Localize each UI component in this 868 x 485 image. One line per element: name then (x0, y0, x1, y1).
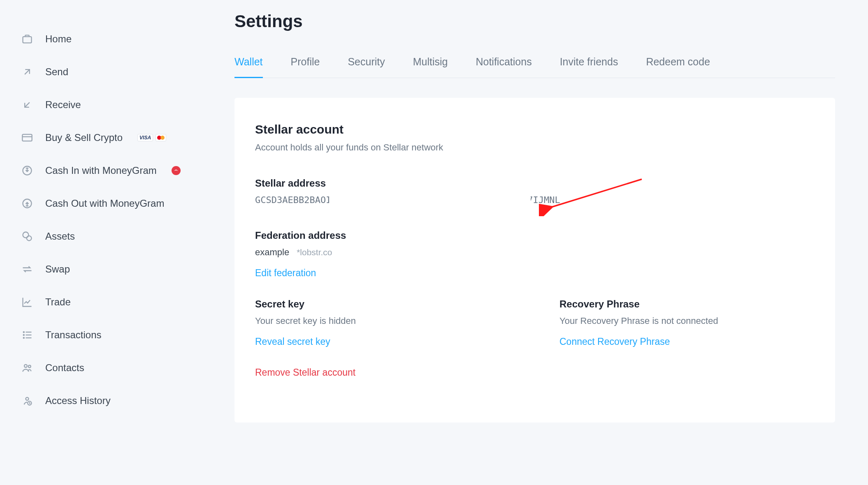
svg-point-4 (23, 232, 29, 238)
svg-rect-1 (22, 134, 32, 141)
sidebar-item-label: Buy & Sell Crypto (45, 132, 123, 143)
recovery-phrase-section: Recovery Phrase Your Recovery Phrase is … (559, 298, 815, 367)
tab-invite-friends[interactable]: Invite friends (560, 51, 618, 78)
svg-point-6 (23, 332, 24, 333)
edit-federation-link[interactable]: Edit federation (255, 268, 316, 279)
sidebar-item-label: Contacts (45, 362, 84, 374)
tab-notifications[interactable]: Notifications (476, 51, 531, 78)
sidebar-item-cash-out[interactable]: Cash Out with MoneyGram (21, 187, 202, 220)
payment-badges: VISA (137, 134, 166, 141)
tab-multisig[interactable]: Multisig (413, 51, 448, 78)
svg-point-8 (23, 337, 24, 338)
svg-point-7 (23, 335, 24, 335)
svg-rect-0 (23, 37, 32, 43)
home-icon (21, 32, 34, 46)
svg-point-11 (26, 397, 29, 400)
sidebar-item-swap[interactable]: Swap (21, 253, 202, 286)
svg-point-9 (24, 365, 27, 367)
swap-icon (21, 263, 34, 276)
sidebar-item-label: Cash Out with MoneyGram (45, 198, 164, 209)
sidebar-item-label: Transactions (45, 329, 102, 341)
federation-address-value: example *lobstr.co (255, 247, 815, 258)
sidebar-item-label: Assets (45, 231, 75, 242)
sidebar-item-trade[interactable]: Trade (21, 286, 202, 319)
recovery-phrase-label: Recovery Phrase (559, 298, 815, 310)
tab-security[interactable]: Security (348, 51, 385, 78)
assets-icon (21, 230, 34, 243)
sidebar-item-cash-in[interactable]: Cash In with MoneyGram (21, 154, 202, 187)
recovery-phrase-status: Your Recovery Phrase is not connected (559, 316, 815, 326)
sidebar-item-label: Cash In with MoneyGram (45, 165, 157, 176)
sidebar-item-contacts[interactable]: Contacts (21, 351, 202, 384)
secret-key-status: Your secret key is hidden (255, 316, 510, 326)
tab-redeem-code[interactable]: Redeem code (646, 51, 710, 78)
sidebar: Home Send Receive Buy & Sell Crypto VISA (0, 0, 202, 485)
sidebar-item-label: Receive (45, 99, 81, 111)
secret-key-section: Secret key Your secret key is hidden Rev… (255, 298, 510, 367)
federation-name: example (255, 247, 289, 258)
stellar-address-label: Stellar address (255, 178, 815, 189)
transactions-icon (21, 328, 34, 342)
history-icon (21, 394, 34, 407)
sidebar-item-send[interactable]: Send (21, 55, 202, 88)
card-icon (21, 131, 34, 144)
federation-address-label: Federation address (255, 230, 815, 241)
svg-point-5 (27, 236, 32, 241)
mastercard-badge (155, 134, 166, 141)
send-icon (21, 65, 34, 79)
sidebar-item-label: Send (45, 66, 68, 78)
sidebar-item-buy-sell[interactable]: Buy & Sell Crypto VISA (21, 121, 202, 154)
cash-in-icon (21, 164, 34, 177)
secret-key-label: Secret key (255, 298, 510, 310)
cash-out-icon (21, 197, 34, 210)
svg-point-10 (28, 365, 31, 368)
tab-profile[interactable]: Profile (291, 51, 320, 78)
sidebar-item-transactions[interactable]: Transactions (21, 319, 202, 351)
sidebar-item-label: Access History (45, 395, 111, 406)
stellar-account-title: Stellar account (255, 122, 815, 136)
trade-icon (21, 296, 34, 309)
sidebar-item-label: Swap (45, 263, 70, 275)
federation-domain: *lobstr.co (297, 247, 332, 257)
stellar-address-value: GCSD3AEBB2BAOICFLGODNRVZNRIRCV5N3CV4RLZC… (255, 195, 815, 205)
sidebar-item-assets[interactable]: Assets (21, 220, 202, 253)
sidebar-item-home[interactable]: Home (21, 23, 202, 55)
connect-recovery-link[interactable]: Connect Recovery Phrase (559, 336, 670, 347)
reveal-secret-key-link[interactable]: Reveal secret key (255, 336, 330, 347)
visa-badge: VISA (137, 134, 153, 141)
contacts-icon (21, 361, 34, 374)
main-content: Settings Wallet Profile Security Multisi… (202, 0, 868, 485)
sidebar-item-label: Home (45, 33, 72, 45)
settings-tabs: Wallet Profile Security Multisig Notific… (234, 51, 835, 78)
sidebar-item-label: Trade (45, 296, 71, 308)
wallet-panel: Stellar account Account holds all your f… (234, 98, 835, 423)
stellar-account-subtitle: Account holds all your funds on Stellar … (255, 142, 815, 153)
moneygram-badge-icon (172, 166, 181, 175)
remove-stellar-account-link[interactable]: Remove Stellar account (255, 367, 355, 378)
sidebar-item-receive[interactable]: Receive (21, 88, 202, 121)
sidebar-item-access-history[interactable]: Access History (21, 384, 202, 417)
receive-icon (21, 98, 34, 111)
page-title: Settings (234, 12, 835, 31)
tab-wallet[interactable]: Wallet (234, 51, 263, 78)
